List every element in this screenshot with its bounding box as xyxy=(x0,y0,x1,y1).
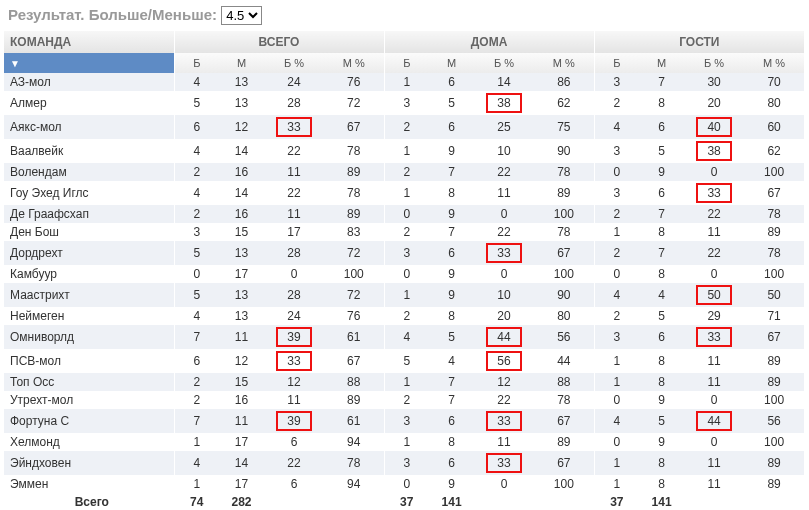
stat-cell: 78 xyxy=(324,181,384,205)
team-name: Волендам xyxy=(4,163,174,181)
stat-cell: 2 xyxy=(384,163,429,181)
highlight-box: 38 xyxy=(696,141,732,161)
stat-cell: 39 xyxy=(264,409,324,433)
stat-cell: 17 xyxy=(219,433,264,451)
stat-cell: 17 xyxy=(219,475,264,493)
stat-cell: 70 xyxy=(744,73,804,91)
stat-cell: 60 xyxy=(744,115,804,139)
highlight-box: 33 xyxy=(486,453,522,473)
stat-cell: 20 xyxy=(684,91,744,115)
col-m[interactable]: М xyxy=(639,53,684,73)
team-name: ПСВ-мол xyxy=(4,349,174,373)
stat-cell: 6 xyxy=(639,115,684,139)
highlight-box: 33 xyxy=(696,183,732,203)
stats-table: КОМАНДА ВСЕГО ДОМА ГОСТИ ▼ Б М Б % М % Б… xyxy=(4,31,804,510)
stat-cell: 61 xyxy=(324,325,384,349)
stat-cell: 89 xyxy=(744,451,804,475)
stat-cell: 61 xyxy=(324,409,384,433)
stat-cell: 11 xyxy=(684,349,744,373)
stat-cell: 4 xyxy=(384,325,429,349)
stat-cell: 8 xyxy=(639,91,684,115)
highlight-box: 38 xyxy=(486,93,522,113)
table-row: Гоу Эхед Иглс4142278181189363367 xyxy=(4,181,804,205)
grp-total[interactable]: ВСЕГО xyxy=(174,31,384,53)
col-bpct[interactable]: Б % xyxy=(684,53,744,73)
stat-cell: 8 xyxy=(429,181,474,205)
stat-cell: 141 xyxy=(429,493,474,510)
stat-cell: 8 xyxy=(639,349,684,373)
col-team[interactable]: КОМАНДА xyxy=(4,31,174,53)
table-row: Эммен117694090100181189 xyxy=(4,475,804,493)
stat-cell: 2 xyxy=(594,91,639,115)
col-bpct[interactable]: Б % xyxy=(474,53,534,73)
col-m[interactable]: М xyxy=(219,53,264,73)
stat-cell: 5 xyxy=(639,139,684,163)
stat-cell: 6 xyxy=(174,115,219,139)
col-b[interactable]: Б xyxy=(594,53,639,73)
stat-cell: 11 xyxy=(264,205,324,223)
stat-cell: 76 xyxy=(324,73,384,91)
col-b[interactable]: Б xyxy=(384,53,429,73)
stat-cell: 6 xyxy=(429,451,474,475)
team-name: Аякс-мол xyxy=(4,115,174,139)
stat-cell: 22 xyxy=(264,139,324,163)
stat-cell: 1 xyxy=(384,73,429,91)
stat-cell: 11 xyxy=(264,163,324,181)
table-row: Эйндховен4142278363367181189 xyxy=(4,451,804,475)
stat-cell: 74 xyxy=(174,493,219,510)
stat-cell: 14 xyxy=(474,73,534,91)
stat-cell: 4 xyxy=(174,73,219,91)
stat-cell: 1 xyxy=(384,373,429,391)
threshold-select[interactable]: 4.5 xyxy=(221,6,262,25)
col-bpct[interactable]: Б % xyxy=(264,53,324,73)
team-name: Омниворлд xyxy=(4,325,174,349)
col-mpct[interactable]: М % xyxy=(744,53,804,73)
sort-indicator[interactable]: ▼ xyxy=(4,53,174,73)
stat-cell: 11 xyxy=(684,475,744,493)
team-name: Алмер xyxy=(4,91,174,115)
stat-cell: 1 xyxy=(594,349,639,373)
stat-cell: 56 xyxy=(534,325,594,349)
stat-cell: 28 xyxy=(264,241,324,265)
stat-cell: 5 xyxy=(639,409,684,433)
stat-cell: 1 xyxy=(384,283,429,307)
stat-cell: 5 xyxy=(384,349,429,373)
stat-cell: 100 xyxy=(744,163,804,181)
stat-cell: 1 xyxy=(594,451,639,475)
stat-cell: 5 xyxy=(174,91,219,115)
stat-cell: 13 xyxy=(219,91,264,115)
stat-cell: 0 xyxy=(594,391,639,409)
col-b[interactable]: Б xyxy=(174,53,219,73)
team-name: Фортуна С xyxy=(4,409,174,433)
stat-cell: 89 xyxy=(324,163,384,181)
stat-cell: 89 xyxy=(534,181,594,205)
grp-away[interactable]: ГОСТИ xyxy=(594,31,804,53)
stat-cell: 0 xyxy=(684,391,744,409)
stat-cell: 141 xyxy=(639,493,684,510)
stat-cell: 14 xyxy=(219,181,264,205)
stat-cell: 3 xyxy=(594,139,639,163)
stat-cell: 14 xyxy=(219,451,264,475)
col-m[interactable]: М xyxy=(429,53,474,73)
stat-cell: 44 xyxy=(684,409,744,433)
stat-cell: 40 xyxy=(684,115,744,139)
stat-cell: 3 xyxy=(384,91,429,115)
stat-cell: 16 xyxy=(219,163,264,181)
stat-cell: 22 xyxy=(264,451,324,475)
highlight-box: 39 xyxy=(276,327,312,347)
col-mpct[interactable]: М % xyxy=(324,53,384,73)
stat-cell: 0 xyxy=(474,475,534,493)
grp-home[interactable]: ДОМА xyxy=(384,31,594,53)
stat-cell: 13 xyxy=(219,73,264,91)
stat-cell: 3 xyxy=(384,409,429,433)
stat-cell xyxy=(474,493,534,510)
stat-cell: 67 xyxy=(324,115,384,139)
highlight-box: 56 xyxy=(486,351,522,371)
stat-cell: 1 xyxy=(594,373,639,391)
table-row: АЗ-мол4132476161486373070 xyxy=(4,73,804,91)
team-name: Хелмонд xyxy=(4,433,174,451)
stat-cell: 6 xyxy=(429,241,474,265)
col-mpct[interactable]: М % xyxy=(534,53,594,73)
stat-cell: 12 xyxy=(474,373,534,391)
stat-cell: 1 xyxy=(384,433,429,451)
